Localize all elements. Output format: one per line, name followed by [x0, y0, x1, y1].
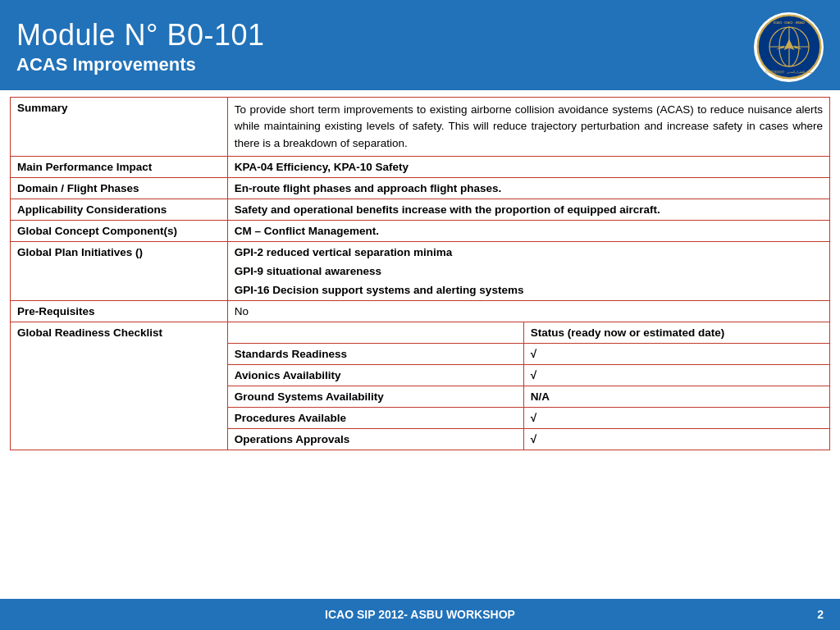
footer-text: ICAO SIP 2012- ASBU WORKSHOP — [325, 608, 515, 621]
value-procedures: √ — [523, 407, 829, 428]
value-applicability: Safety and operational benefits increase… — [227, 199, 829, 220]
footer-page: 2 — [817, 608, 824, 621]
header-text: Module N° B0-101 ACAS Improvements — [16, 18, 265, 75]
table-row-prereq: Pre-Requisites No — [11, 300, 830, 322]
label-gpi: Global Plan Initiatives () — [11, 241, 228, 300]
header-title: Module N° B0-101 — [16, 18, 265, 52]
value-ground: N/A — [523, 386, 829, 407]
label-checklist: Global Readiness Checklist — [11, 322, 228, 450]
checklist-status-header: Status (ready now or estimated date) — [523, 322, 829, 343]
value-operations: √ — [523, 428, 829, 450]
label-concept: Global Concept Component(s) — [11, 220, 228, 241]
footer: ICAO SIP 2012- ASBU WORKSHOP 2 — [0, 599, 840, 630]
label-applicability: Applicability Considerations — [11, 199, 228, 220]
header-subtitle: ACAS Improvements — [16, 54, 265, 75]
info-table: Summary To provide short term improvemen… — [10, 97, 830, 450]
value-standards: √ — [523, 343, 829, 364]
main-content: Summary To provide short term improvemen… — [0, 90, 840, 599]
gpi-item-3: GPI-16 Decision support systems and aler… — [235, 284, 823, 296]
value-prereq: No — [227, 300, 829, 322]
table-row-gpi: Global Plan Initiatives () GPI-2 reduced… — [11, 241, 830, 300]
table-row-summary: Summary To provide short term improvemen… — [11, 98, 830, 157]
label-domain: Domain / Flight Phases — [11, 177, 228, 199]
label-operations: Operations Approvals — [227, 428, 523, 450]
icao-logo: ICAO · OACI · ИКАО 国际民航组织 · منظمة الطيرا… — [754, 12, 824, 82]
label-ground: Ground Systems Availability — [227, 386, 523, 407]
table-row-checklist-header: Global Readiness Checklist Status (ready… — [11, 322, 830, 343]
value-avionics: √ — [523, 364, 829, 386]
label-summary: Summary — [11, 98, 228, 157]
value-performance: KPA-04 Efficiency, KPA-10 Safety — [227, 156, 829, 177]
table-row-domain: Domain / Flight Phases En-route flight p… — [11, 177, 830, 199]
label-avionics: Avionics Availability — [227, 364, 523, 386]
table-row-applicability: Applicability Considerations Safety and … — [11, 199, 830, 220]
value-domain: En-route flight phases and approach flig… — [227, 177, 829, 199]
table-row-performance: Main Performance Impact KPA-04 Efficienc… — [11, 156, 830, 177]
label-performance: Main Performance Impact — [11, 156, 228, 177]
header: Module N° B0-101 ACAS Improvements ICAO … — [0, 0, 840, 90]
svg-text:国际民航组织 · منظمة الطيران المدني: 国际民航组织 · منظمة الطيران المدني — [764, 70, 814, 74]
gpi-item-2: GPI-9 situational awareness — [235, 265, 823, 277]
value-gpi: GPI-2 reduced vertical separation minima… — [227, 241, 829, 300]
label-standards: Standards Readiness — [227, 343, 523, 364]
value-summary: To provide short term improvements to ex… — [227, 98, 829, 157]
table-row-concept: Global Concept Component(s) CM – Conflic… — [11, 220, 830, 241]
label-prereq: Pre-Requisites — [11, 300, 228, 322]
value-concept: CM – Conflict Management. — [227, 220, 829, 241]
gpi-item-1: GPI-2 reduced vertical separation minima — [235, 246, 823, 258]
label-procedures: Procedures Available — [227, 407, 523, 428]
svg-text:ICAO · OACI · ИКАО: ICAO · OACI · ИКАО — [774, 21, 805, 25]
checklist-empty-mid — [227, 322, 523, 343]
